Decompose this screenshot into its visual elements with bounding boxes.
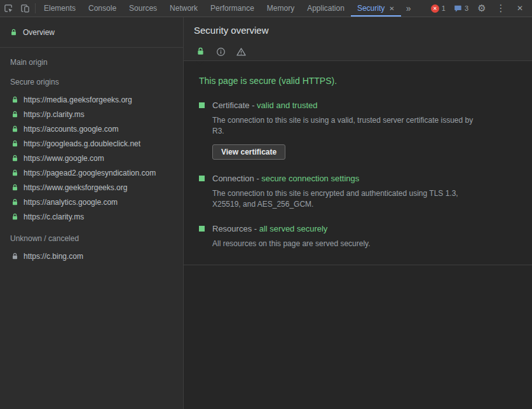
lock-icon xyxy=(11,169,18,177)
selected-tab-notch xyxy=(196,61,204,65)
security-panel: Overview Main originSecure originshttps:… xyxy=(0,17,532,409)
view-certificate-button[interactable]: View certificate xyxy=(212,144,285,160)
lock-icon xyxy=(10,29,17,36)
overview-label: Overview xyxy=(23,28,55,37)
origin-groups: Main originSecure originshttps://media.g… xyxy=(0,58,183,263)
tab-label: Network xyxy=(170,4,198,13)
origin-url: https://c.bing.com xyxy=(24,252,83,261)
issues-badge[interactable]: 3 xyxy=(453,4,468,13)
toolbar-separator xyxy=(35,3,36,13)
lock-icon xyxy=(11,125,18,133)
lock-icon xyxy=(11,111,18,118)
tab-label: Sources xyxy=(129,4,157,13)
section-title-row: Connection - secure connection settings xyxy=(199,174,517,183)
info-tab[interactable] xyxy=(210,43,231,60)
origin-url: https://pagead2.googlesyndication.com xyxy=(24,169,156,177)
origin-item[interactable]: https://accounts.google.com xyxy=(0,121,183,136)
warning-tab[interactable] xyxy=(231,43,251,60)
devtools-toolbar: ElementsConsoleSourcesNetworkPerformance… xyxy=(0,0,532,17)
origin-item[interactable]: https://pagead2.googlesyndication.com xyxy=(0,165,183,180)
security-main: Security overview xyxy=(184,17,532,409)
overflow-menu-icon[interactable]: ⋮ xyxy=(495,0,507,17)
tab-label: Memory xyxy=(267,4,294,13)
origin-group-label: Unknown / canceled xyxy=(0,234,183,244)
tab-memory[interactable]: Memory xyxy=(261,0,301,17)
secure-bullet-icon xyxy=(199,176,205,181)
page-title: Security overview xyxy=(194,25,532,36)
section-title-row: Certificate - valid and trusted xyxy=(199,101,517,110)
inspect-element-icon[interactable] xyxy=(0,0,17,17)
error-badge[interactable]: ✕ 1 xyxy=(431,4,446,13)
section-title: Connection - secure connection settings xyxy=(212,174,359,183)
tab-performance[interactable]: Performance xyxy=(204,0,261,17)
more-tabs-button[interactable]: » xyxy=(401,0,416,17)
tab-label: Performance xyxy=(210,4,254,13)
tab-application[interactable]: Application xyxy=(301,0,351,17)
security-sections: Certificate - valid and trustedThe conne… xyxy=(199,101,517,249)
section-certificate: Certificate - valid and trustedThe conne… xyxy=(199,101,517,160)
lock-icon xyxy=(11,198,18,206)
section-connection: Connection - secure connection settingsT… xyxy=(199,174,517,210)
error-count: 1 xyxy=(442,4,446,12)
error-icon: ✕ xyxy=(431,4,439,13)
origin-item[interactable]: https://media.geeksforgeeks.org xyxy=(0,92,183,107)
close-devtools-icon[interactable]: ✕ xyxy=(514,0,526,17)
tab-network[interactable]: Network xyxy=(163,0,204,17)
origin-item[interactable]: https://www.geeksforgeeks.org xyxy=(0,180,183,195)
lock-icon xyxy=(11,155,18,162)
origin-url: https://www.geeksforgeeks.org xyxy=(24,183,127,192)
section-link[interactable]: valid and trusted xyxy=(257,101,317,110)
lock-icon xyxy=(11,140,18,148)
tab-label: Application xyxy=(307,4,344,13)
lock-icon xyxy=(11,184,18,191)
section-link[interactable]: all served securely xyxy=(259,224,328,233)
tab-console[interactable]: Console xyxy=(82,0,123,17)
section-title: Certificate - valid and trusted xyxy=(212,101,317,110)
sidebar-item-overview[interactable]: Overview xyxy=(0,17,183,48)
origin-group-label: Main origin xyxy=(0,58,183,67)
close-tab-icon[interactable]: ✕ xyxy=(389,5,394,12)
origin-item[interactable]: https://googleads.g.doubleclick.net xyxy=(0,136,183,151)
origin-url: https://accounts.google.com xyxy=(24,125,118,134)
tab-label: Console xyxy=(88,4,116,13)
section-link[interactable]: secure connection settings xyxy=(261,174,359,183)
origin-url: https://analytics.google.com xyxy=(24,198,118,207)
devtools-window: ElementsConsoleSourcesNetworkPerformance… xyxy=(0,0,532,409)
origin-url: https://www.google.com xyxy=(24,154,104,163)
security-sidebar: Overview Main originSecure originshttps:… xyxy=(0,17,184,409)
origin-item[interactable]: https://www.google.com xyxy=(0,151,183,165)
main-content: This page is secure (valid HTTPS). Certi… xyxy=(184,61,532,409)
devtools-tab-strip: ElementsConsoleSourcesNetworkPerformance… xyxy=(38,0,401,17)
lock-icon xyxy=(11,213,18,221)
origin-group-label: Secure origins xyxy=(0,78,183,87)
tab-sources[interactable]: Sources xyxy=(123,0,163,17)
secure-lock-tab[interactable] xyxy=(190,43,210,60)
section-body: All resources on this page are served se… xyxy=(212,239,474,249)
view-tabs xyxy=(190,43,532,60)
secure-bullet-icon xyxy=(199,102,205,108)
device-toolbar-icon[interactable] xyxy=(17,0,33,17)
lock-icon xyxy=(11,253,18,260)
settings-gear-icon[interactable]: ⚙ xyxy=(476,0,488,17)
toolbar-right-group: ✕ 1 3 ⚙ ⋮ ✕ xyxy=(431,0,532,17)
tab-label: Elements xyxy=(44,4,76,13)
section-title-row: Resources - all served securely xyxy=(199,224,517,233)
secure-bullet-icon xyxy=(199,226,205,232)
lock-icon xyxy=(11,96,18,104)
issues-bubble-icon xyxy=(453,4,462,13)
origin-url: https://googleads.g.doubleclick.net xyxy=(24,139,140,148)
origin-item[interactable]: https://c.clarity.ms xyxy=(0,209,183,224)
tab-security[interactable]: Security✕ xyxy=(351,0,401,17)
origin-item[interactable]: https://c.bing.com xyxy=(0,249,183,263)
main-header: Security overview xyxy=(184,17,532,61)
tab-label: Security xyxy=(357,4,385,13)
section-resources: Resources - all served securelyAll resou… xyxy=(199,224,517,249)
secure-block: This page is secure (valid HTTPS). Certi… xyxy=(184,76,532,265)
tab-elements[interactable]: Elements xyxy=(38,0,82,17)
origin-url: https://p.clarity.ms xyxy=(24,110,85,119)
origin-item[interactable]: https://analytics.google.com xyxy=(0,195,183,209)
section-title: Resources - all served securely xyxy=(212,224,327,233)
section-body: The connection to this site is encrypted… xyxy=(212,188,474,210)
section-body: The connection to this site is using a v… xyxy=(212,115,474,137)
origin-item[interactable]: https://p.clarity.ms xyxy=(0,107,183,121)
